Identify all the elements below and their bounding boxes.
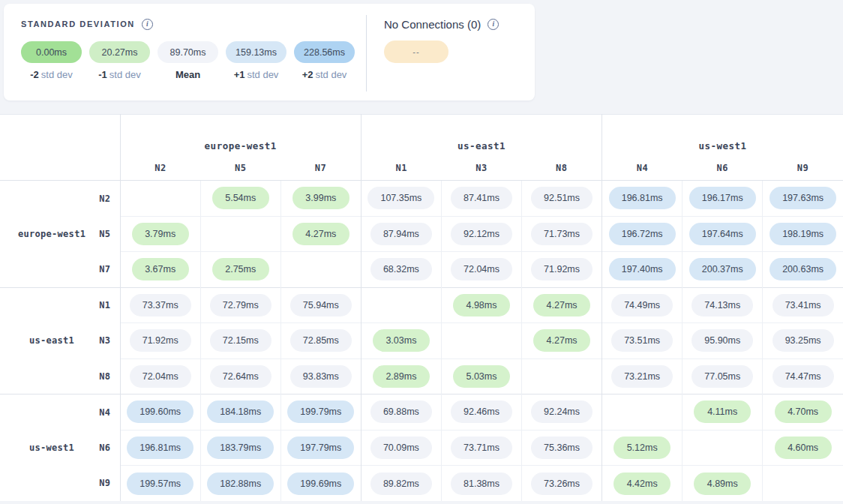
latency-chip[interactable]: 5.03ms (453, 365, 510, 388)
latency-chip[interactable]: 197.64ms (689, 223, 756, 245)
latency-chip[interactable]: 73.21ms (611, 365, 673, 388)
latency-chip[interactable]: 183.79ms (207, 436, 274, 459)
latency-chip[interactable]: 77.05ms (692, 365, 753, 388)
latency-chip[interactable]: 199.79ms (287, 400, 354, 423)
no-connections-chip: -- (384, 40, 448, 63)
latency-chip[interactable]: 93.83ms (290, 365, 352, 388)
latency-chip[interactable]: 92.51ms (531, 187, 592, 209)
latency-chip[interactable]: 3.79ms (132, 223, 189, 245)
latency-chip[interactable]: 95.90ms (692, 329, 753, 352)
latency-chip[interactable]: 70.09ms (370, 436, 432, 459)
latency-cell: 2.75ms (200, 252, 280, 288)
latency-cell: 92.46ms (441, 394, 521, 430)
latency-chip[interactable]: 74.49ms (611, 294, 673, 316)
self-latency-cell (682, 430, 763, 466)
latency-cell: 4.60ms (763, 430, 843, 466)
latency-chip[interactable]: 4.60ms (775, 436, 832, 459)
latency-chip[interactable]: 199.57ms (127, 472, 194, 495)
latency-chip[interactable]: 72.85ms (290, 329, 352, 352)
latency-chip[interactable]: 196.72ms (609, 223, 676, 245)
latency-chip[interactable]: 89.82ms (370, 472, 432, 495)
latency-chip[interactable]: 72.04ms (451, 258, 512, 280)
latency-chip[interactable]: 107.35ms (368, 187, 434, 209)
latency-chip[interactable]: 199.60ms (127, 400, 194, 423)
latency-chip[interactable]: 184.18ms (207, 400, 274, 423)
row-node-label-N9: N9 (88, 466, 120, 502)
latency-chip[interactable]: 71.92ms (531, 258, 592, 280)
latency-chip[interactable]: 4.27ms (533, 329, 590, 352)
latency-chip[interactable]: 4.42ms (614, 472, 670, 495)
latency-chip[interactable]: 4.98ms (453, 294, 510, 316)
latency-chip[interactable]: 93.25ms (772, 329, 834, 352)
info-icon[interactable]: i (488, 19, 499, 30)
latency-cell: 73.21ms (602, 358, 682, 394)
latency-chip[interactable]: 3.99ms (292, 187, 350, 209)
latency-cell: 75.94ms (280, 287, 361, 323)
latency-cell: 71.92ms (522, 252, 602, 288)
latency-chip[interactable]: 72.15ms (210, 329, 272, 352)
latency-chip[interactable]: 4.11ms (694, 400, 751, 423)
latency-chip[interactable]: 72.79ms (210, 294, 272, 316)
latency-cell: 73.41ms (763, 287, 843, 323)
latency-chip[interactable]: 74.13ms (692, 294, 753, 316)
latency-chip[interactable]: 200.63ms (770, 258, 836, 280)
latency-chip[interactable]: 72.04ms (130, 365, 191, 388)
latency-cell: 72.85ms (280, 323, 361, 359)
legend-label: +2std dev (302, 69, 347, 80)
column-region-header-europe-west1: europe-west1 (120, 115, 361, 157)
latency-chip[interactable]: 4.27ms (292, 223, 350, 245)
latency-cell: 4.11ms (682, 394, 763, 430)
latency-chip[interactable]: 200.37ms (689, 258, 756, 280)
column-node-header-N8: N8 (522, 157, 602, 181)
latency-chip[interactable]: 5.12ms (614, 436, 670, 459)
legend-item: 89.70msMean (158, 41, 218, 80)
latency-chip[interactable]: 72.64ms (210, 365, 272, 388)
latency-chip[interactable]: 73.71ms (451, 436, 512, 459)
latency-chip[interactable]: 3.67ms (132, 258, 189, 280)
latency-chip[interactable]: 73.41ms (772, 294, 834, 316)
latency-cell: 73.37ms (120, 287, 200, 323)
latency-chip[interactable]: 92.12ms (451, 223, 512, 245)
latency-chip[interactable]: 71.73ms (531, 223, 592, 245)
legend-label-bold: +2 (302, 69, 314, 80)
column-node-header-N3: N3 (441, 157, 521, 181)
latency-chip[interactable]: 87.41ms (451, 187, 512, 209)
latency-chip[interactable]: 196.81ms (127, 436, 194, 459)
latency-cell: 5.03ms (441, 358, 521, 394)
latency-chip[interactable]: 4.70ms (775, 400, 832, 423)
latency-chip[interactable]: 182.88ms (207, 472, 274, 495)
latency-chip[interactable]: 74.47ms (772, 365, 834, 388)
latency-chip[interactable]: 197.79ms (287, 436, 354, 459)
row-region-label-us-east1: us-east1 (0, 287, 88, 394)
latency-chip[interactable]: 2.89ms (373, 365, 430, 388)
row-node-label-N7: N7 (88, 252, 120, 288)
latency-chip[interactable]: 196.17ms (689, 187, 756, 209)
latency-chip[interactable]: 87.94ms (370, 223, 432, 245)
info-icon[interactable]: i (142, 19, 153, 30)
latency-chip[interactable]: 75.94ms (290, 294, 352, 316)
row-node-label-N6: N6 (88, 430, 120, 466)
latency-chip[interactable]: 92.46ms (451, 400, 512, 423)
latency-cell: 197.79ms (280, 430, 361, 466)
legend-label-bold: -1 (98, 69, 107, 80)
latency-chip[interactable]: 68.32ms (370, 258, 432, 280)
latency-chip[interactable]: 2.75ms (212, 258, 269, 280)
latency-chip[interactable]: 197.40ms (609, 258, 676, 280)
latency-chip[interactable]: 199.69ms (287, 472, 354, 495)
latency-chip[interactable]: 71.92ms (130, 329, 191, 352)
latency-chip[interactable]: 5.54ms (212, 187, 269, 209)
latency-chip[interactable]: 92.24ms (531, 400, 592, 423)
column-node-header-N1: N1 (361, 157, 441, 181)
latency-chip[interactable]: 197.63ms (770, 187, 836, 209)
latency-chip[interactable]: 73.26ms (531, 472, 592, 495)
latency-chip[interactable]: 3.03ms (373, 329, 430, 352)
latency-chip[interactable]: 69.88ms (370, 400, 432, 423)
latency-chip[interactable]: 196.81ms (609, 187, 676, 209)
latency-chip[interactable]: 198.19ms (770, 223, 836, 245)
latency-chip[interactable]: 75.36ms (531, 436, 592, 459)
latency-chip[interactable]: 73.37ms (130, 294, 191, 316)
latency-chip[interactable]: 81.38ms (451, 472, 512, 495)
latency-chip[interactable]: 4.89ms (694, 472, 751, 495)
latency-chip[interactable]: 4.27ms (533, 294, 590, 316)
latency-chip[interactable]: 73.51ms (611, 329, 673, 352)
